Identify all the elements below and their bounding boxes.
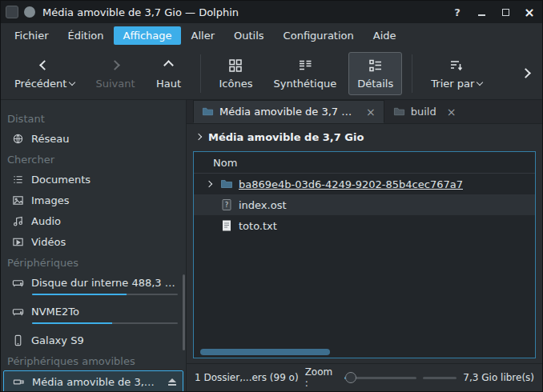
window-controls: ? × bbox=[449, 4, 537, 20]
back-icon bbox=[39, 60, 50, 70]
tab-close-icon[interactable]: × bbox=[366, 106, 376, 118]
tab-media-amovible[interactable]: Média amovible de 3,7 Gio × bbox=[193, 100, 384, 123]
menu-aide[interactable]: Aide bbox=[364, 26, 405, 45]
menubar: Fichier Édition Affichage Aller Outils C… bbox=[1, 23, 542, 47]
icons-view-icon bbox=[228, 58, 243, 74]
titlebar: Média amovible de 3,7 Gio — Dolphin ? × bbox=[1, 1, 542, 23]
free-space-indicator: 7,3 Gio libre(s) bbox=[423, 372, 534, 383]
sort-by-button[interactable]: Trier par bbox=[422, 52, 491, 95]
status-bar: 1 Dossier,...ers (99 o) Zoom : 7,3 Gio l… bbox=[187, 363, 542, 391]
breadcrumb[interactable]: Média amovible de 3,7 Gio bbox=[187, 124, 542, 150]
place-documents[interactable]: Documents bbox=[1, 169, 186, 190]
video-icon bbox=[12, 236, 24, 248]
column-header-label: Nom bbox=[213, 157, 237, 169]
folder-icon bbox=[220, 178, 233, 190]
file-name[interactable]: index.ost bbox=[239, 199, 287, 211]
capacity-bar bbox=[32, 294, 178, 295]
usb-drive-icon bbox=[13, 376, 25, 388]
file-row-index-ost[interactable]: ? index.ost bbox=[194, 194, 535, 215]
menu-configuration[interactable]: Configuration bbox=[275, 26, 363, 45]
audio-icon bbox=[12, 215, 24, 227]
zoom-slider[interactable] bbox=[344, 371, 416, 384]
network-icon bbox=[12, 133, 24, 145]
horizontal-scrollbar[interactable] bbox=[195, 349, 533, 355]
sort-dropdown-icon bbox=[477, 78, 483, 85]
close-icon[interactable]: × bbox=[521, 4, 537, 20]
svg-text:?: ? bbox=[225, 201, 229, 209]
menu-fichier[interactable]: Fichier bbox=[6, 26, 58, 45]
text-file-icon bbox=[220, 219, 233, 232]
minimize-icon[interactable] bbox=[473, 4, 489, 20]
details-view-label: Détails bbox=[357, 78, 393, 90]
icons-view-label: Icônes bbox=[219, 78, 253, 90]
scrollbar-thumb[interactable] bbox=[200, 349, 330, 355]
toolbar-separator bbox=[412, 54, 412, 93]
free-space-bar bbox=[423, 377, 457, 379]
sort-icon bbox=[449, 58, 464, 74]
document-icon bbox=[12, 174, 24, 186]
toolbar-overflow-button[interactable] bbox=[514, 47, 537, 99]
expand-arrow-icon[interactable] bbox=[203, 182, 215, 186]
menu-edition[interactable]: Édition bbox=[59, 26, 113, 45]
folder-icon bbox=[202, 106, 214, 118]
device-galaxy-s9[interactable]: Galaxy S9 bbox=[1, 330, 186, 350]
place-reseau[interactable]: Réseau bbox=[1, 128, 186, 149]
section-header-distant: Distant bbox=[1, 108, 186, 128]
compact-view-icon bbox=[298, 58, 312, 74]
section-header-amovibles: Périphériques amovibles bbox=[1, 350, 186, 370]
file-view[interactable]: Nom ba869e4b-03d6-4249-9202-85b4cec767a7… bbox=[193, 151, 536, 358]
breadcrumb-chevron-icon[interactable] bbox=[195, 134, 202, 140]
compact-view-button[interactable]: Synthétique bbox=[264, 52, 345, 95]
device-nvme2to[interactable]: NVME2To bbox=[1, 301, 186, 330]
content-area: Distant Réseau Chercher Documents Images bbox=[1, 100, 542, 391]
harddrive-icon bbox=[12, 306, 24, 318]
menu-aller[interactable]: Aller bbox=[183, 26, 223, 45]
tab-build[interactable]: build × bbox=[384, 100, 465, 123]
view-container: Nom ba869e4b-03d6-4249-9202-85b4cec767a7… bbox=[187, 150, 542, 363]
items-summary: 1 Dossier,...ers (99 o) bbox=[195, 372, 299, 383]
details-view-button[interactable]: Détails bbox=[348, 52, 402, 95]
unknown-file-icon: ? bbox=[220, 198, 233, 211]
back-dropdown-icon bbox=[69, 78, 75, 85]
up-label: Haut bbox=[156, 78, 181, 90]
dolphin-window: Média amovible de 3,7 Gio — Dolphin ? × … bbox=[0, 0, 543, 392]
file-row-toto-txt[interactable]: toto.txt bbox=[194, 215, 535, 236]
dolphin-icon bbox=[24, 6, 35, 18]
harddrive-icon bbox=[12, 277, 24, 289]
file-name[interactable]: toto.txt bbox=[239, 220, 277, 232]
back-label: Précédent bbox=[14, 78, 66, 90]
image-icon bbox=[12, 194, 24, 206]
folder-icon bbox=[393, 106, 405, 118]
breadcrumb-location[interactable]: Média amovible de 3,7 Gio bbox=[208, 131, 364, 143]
up-button[interactable]: Haut bbox=[147, 52, 191, 95]
window-title: Média amovible de 3,7 Gio — Dolphin bbox=[42, 6, 444, 18]
maximize-icon[interactable] bbox=[497, 4, 513, 20]
zoom-slider-handle[interactable] bbox=[345, 372, 356, 383]
toolbar-separator bbox=[200, 54, 201, 93]
file-name[interactable]: ba869e4b-03d6-4249-9202-85b4cec767a7 bbox=[239, 178, 463, 190]
place-videos[interactable]: Vidéos bbox=[1, 231, 186, 252]
file-row-folder[interactable]: ba869e4b-03d6-4249-9202-85b4cec767a7 bbox=[194, 174, 535, 194]
capacity-bar bbox=[32, 322, 178, 324]
menu-outils[interactable]: Outils bbox=[225, 26, 273, 45]
device-media-amovible[interactable]: Média amovible de 3,7 ... bbox=[3, 370, 183, 391]
menu-affichage[interactable]: Affichage bbox=[114, 26, 180, 45]
eject-icon[interactable] bbox=[168, 378, 176, 386]
forward-label: Suivant bbox=[95, 78, 135, 90]
icons-view-button[interactable]: Icônes bbox=[211, 52, 262, 95]
section-header-peripheriques: Périphériques bbox=[1, 252, 186, 272]
place-audio[interactable]: Audio bbox=[1, 210, 186, 231]
toolbar: Précédent Suivant Haut Icônes Synthétiqu… bbox=[1, 47, 542, 100]
place-images[interactable]: Images bbox=[1, 190, 186, 210]
forward-button[interactable]: Suivant bbox=[86, 52, 143, 95]
help-icon[interactable]: ? bbox=[449, 4, 465, 20]
back-button[interactable]: Précédent bbox=[6, 52, 83, 95]
up-icon bbox=[163, 60, 174, 70]
sidebar-scrollbar[interactable] bbox=[183, 274, 185, 350]
section-header-chercher: Chercher bbox=[1, 149, 186, 169]
column-header-nom[interactable]: Nom bbox=[194, 152, 535, 174]
phone-icon bbox=[12, 334, 24, 346]
tab-close-icon[interactable]: × bbox=[447, 106, 457, 118]
details-view-icon bbox=[368, 58, 383, 74]
device-disque-interne[interactable]: Disque dur interne 488,3 G... bbox=[1, 272, 186, 301]
